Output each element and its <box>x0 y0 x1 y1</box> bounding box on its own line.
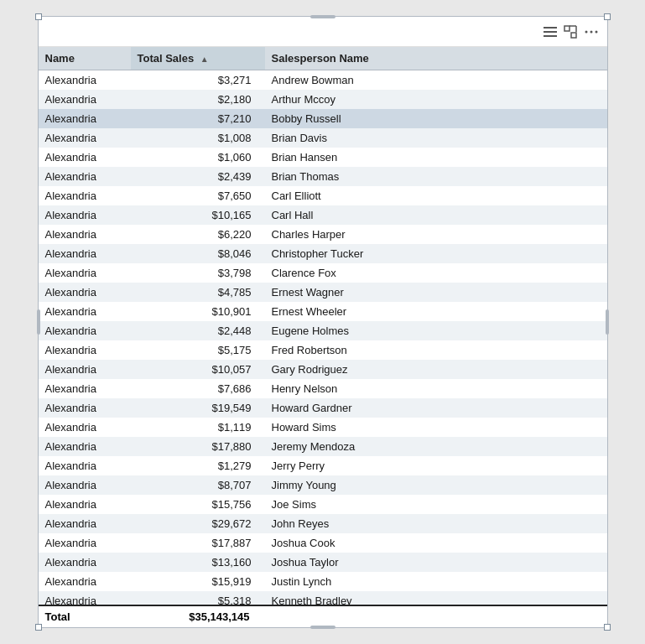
cell-person: Bobby Russell <box>265 109 607 128</box>
column-header-person[interactable]: Salesperson Name <box>265 47 607 70</box>
cell-name: Alexandria <box>39 475 131 495</box>
table-scroll[interactable]: Name Total Sales ▲ Salesperson Name Alex… <box>39 47 607 605</box>
table-container: Name Total Sales ▲ Salesperson Name Alex… <box>39 47 607 627</box>
table-row: Alexandria$13,160Joshua Taylor <box>39 553 607 572</box>
cell-sales: $13,160 <box>131 553 265 572</box>
table-row: Alexandria$10,057Gary Rodriguez <box>39 360 607 379</box>
table-row: Alexandria$1,279Jerry Perry <box>39 456 607 475</box>
cell-person: Eugene Holmes <box>265 321 607 340</box>
expand-icon[interactable] <box>564 25 577 39</box>
cell-sales: $1,008 <box>131 128 265 148</box>
resize-handle-tr[interactable] <box>604 13 611 20</box>
column-header-name[interactable]: Name <box>39 47 131 70</box>
resize-handle-top[interactable] <box>310 15 336 18</box>
cell-name: Alexandria <box>39 514 131 533</box>
cell-person: Ernest Wheeler <box>265 302 607 321</box>
more-options-icon[interactable] <box>584 25 599 39</box>
resize-handle-left[interactable] <box>37 309 40 335</box>
cell-person: Joe Sims <box>265 495 607 514</box>
cell-sales: $10,165 <box>131 205 265 225</box>
resize-handle-right[interactable] <box>606 309 609 335</box>
cell-name: Alexandria <box>39 553 131 572</box>
table-row: Alexandria$10,901Ernest Wheeler <box>39 302 607 321</box>
table-row: Alexandria$10,165Carl Hall <box>39 205 607 225</box>
cell-sales: $3,271 <box>131 70 265 91</box>
cell-sales: $10,901 <box>131 302 265 321</box>
cell-name: Alexandria <box>39 495 131 514</box>
table-row: Alexandria$29,672John Reyes <box>39 514 607 533</box>
table-row: Alexandria$17,880Jeremy Mendoza <box>39 437 607 456</box>
cell-name: Alexandria <box>39 456 131 475</box>
cell-person: Brian Thomas <box>265 167 607 186</box>
cell-person: Kenneth Bradley <box>265 591 607 605</box>
sort-arrow-icon: ▲ <box>200 55 209 64</box>
cell-name: Alexandria <box>39 360 131 379</box>
table-row: Alexandria$3,271Andrew Bowman <box>39 70 607 91</box>
cell-name: Alexandria <box>39 263 131 283</box>
cell-name: Alexandria <box>39 533 131 553</box>
cell-sales: $4,785 <box>131 283 265 302</box>
hamburger-icon[interactable] <box>544 27 557 37</box>
cell-person: Brian Davis <box>265 128 607 148</box>
table-row: Alexandria$3,798Clarence Fox <box>39 263 607 283</box>
cell-sales: $29,672 <box>131 514 265 533</box>
table-footer: Total $35,143,145 <box>39 605 607 627</box>
cell-name: Alexandria <box>39 398 131 418</box>
cell-sales: $2,439 <box>131 167 265 186</box>
table-row: Alexandria$4,785Ernest Wagner <box>39 283 607 302</box>
cell-person: Christopher Tucker <box>265 244 607 263</box>
cell-name: Alexandria <box>39 225 131 244</box>
cell-person: Charles Harper <box>265 225 607 244</box>
cell-person: Clarence Fox <box>265 263 607 283</box>
panel-header <box>39 17 607 47</box>
cell-person: Henry Nelson <box>265 379 607 398</box>
resize-handle-bl[interactable] <box>35 624 42 631</box>
cell-sales: $3,798 <box>131 263 265 283</box>
resize-handle-bottom[interactable] <box>310 626 336 629</box>
cell-sales: $10,057 <box>131 360 265 379</box>
cell-sales: $7,686 <box>131 379 265 398</box>
cell-person: John Reyes <box>265 514 607 533</box>
data-panel: Name Total Sales ▲ Salesperson Name Alex… <box>38 16 608 628</box>
cell-name: Alexandria <box>39 418 131 437</box>
svg-point-6 <box>595 30 597 33</box>
cell-sales: $8,707 <box>131 475 265 495</box>
cell-name: Alexandria <box>39 70 131 91</box>
cell-sales: $1,060 <box>131 148 265 167</box>
table-row: Alexandria$7,650Carl Elliott <box>39 186 607 205</box>
table-row: Alexandria$8,707Jimmy Young <box>39 475 607 495</box>
cell-name: Alexandria <box>39 186 131 205</box>
cell-person: Howard Gardner <box>265 398 607 418</box>
table-row: Alexandria$2,439Brian Thomas <box>39 167 607 186</box>
cell-sales: $17,880 <box>131 437 265 456</box>
cell-name: Alexandria <box>39 244 131 263</box>
cell-sales: $19,549 <box>131 398 265 418</box>
cell-person: Jimmy Young <box>265 475 607 495</box>
cell-sales: $5,175 <box>131 340 265 360</box>
svg-point-4 <box>585 30 587 33</box>
table-row: Alexandria$15,756Joe Sims <box>39 495 607 514</box>
cell-person: Ernest Wagner <box>265 283 607 302</box>
footer-label: Total <box>45 610 129 623</box>
cell-person: Jeremy Mendoza <box>265 437 607 456</box>
cell-name: Alexandria <box>39 321 131 340</box>
table-row: Alexandria$1,008Brian Davis <box>39 128 607 148</box>
column-header-sales[interactable]: Total Sales ▲ <box>131 47 265 70</box>
cell-sales: $2,180 <box>131 90 265 109</box>
cell-person: Gary Rodriguez <box>265 360 607 379</box>
cell-sales: $1,119 <box>131 418 265 437</box>
table-row: Alexandria$5,318Kenneth Bradley <box>39 591 607 605</box>
table-row: Alexandria$1,060Brian Hansen <box>39 148 607 167</box>
resize-handle-tl[interactable] <box>35 13 42 20</box>
cell-person: Joshua Taylor <box>265 553 607 572</box>
cell-person: Justin Lynch <box>265 572 607 591</box>
cell-name: Alexandria <box>39 205 131 225</box>
cell-person: Fred Robertson <box>265 340 607 360</box>
cell-sales: $17,887 <box>131 533 265 553</box>
table-row: Alexandria$15,919Justin Lynch <box>39 572 607 591</box>
table-row: Alexandria$6,220Charles Harper <box>39 225 607 244</box>
cell-person: Jerry Perry <box>265 456 607 475</box>
resize-handle-br[interactable] <box>604 624 611 631</box>
cell-sales: $2,448 <box>131 321 265 340</box>
table-row: Alexandria$19,549Howard Gardner <box>39 398 607 418</box>
